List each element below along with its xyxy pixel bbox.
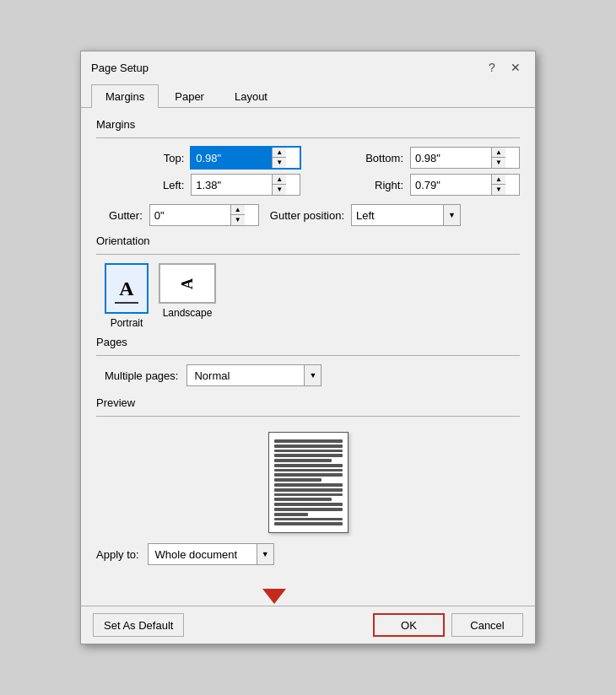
arrow-down-icon xyxy=(262,589,286,604)
bottom-decrement[interactable]: ▼ xyxy=(492,158,505,168)
top-input[interactable] xyxy=(192,148,272,168)
tab-layout[interactable]: Layout xyxy=(220,84,282,108)
preview-line-1 xyxy=(274,439,343,443)
right-spin-buttons: ▲ ▼ xyxy=(491,175,505,195)
set-as-default-button[interactable]: Set As Default xyxy=(93,613,184,637)
preview-line-17 xyxy=(274,518,343,521)
title-bar: Page Setup ? ✕ xyxy=(81,51,535,82)
landscape-icon: A xyxy=(159,263,216,304)
gutter-position-dropdown-btn[interactable]: ▼ xyxy=(443,205,460,225)
top-spinbox[interactable]: ▲ ▼ xyxy=(191,147,300,169)
orientation-label: Orientation xyxy=(96,234,520,247)
preview-line-7 xyxy=(274,469,343,472)
left-spin-buttons: ▲ ▼ xyxy=(272,175,286,195)
margins-divider xyxy=(96,137,520,138)
left-spinbox[interactable]: ▲ ▼ xyxy=(191,174,300,196)
gutter-input[interactable] xyxy=(150,205,230,225)
preview-box xyxy=(96,425,520,540)
left-decrement[interactable]: ▼ xyxy=(273,185,286,195)
gutter-pos-label: Gutter position: xyxy=(266,209,344,222)
portrait-button[interactable]: A Portrait xyxy=(105,263,149,329)
landscape-button[interactable]: A Landscape xyxy=(159,263,216,329)
preview-line-13 xyxy=(274,498,332,501)
footer-left: Set As Default xyxy=(93,613,184,637)
orientation-section: Orientation A Portrait A Landscape xyxy=(96,234,520,329)
gutter-increment[interactable]: ▲ xyxy=(231,205,245,215)
preview-line-16 xyxy=(274,513,309,516)
left-input[interactable] xyxy=(192,175,272,195)
apply-to-dropdown-btn[interactable]: ▼ xyxy=(257,544,273,564)
top-spin-buttons: ▲ ▼ xyxy=(272,148,286,168)
landscape-a-symbol: A xyxy=(179,278,197,289)
cancel-button[interactable]: Cancel xyxy=(451,613,523,637)
gutter-position-dropdown[interactable]: Left ▼ xyxy=(351,204,461,226)
multiple-pages-dropdown-btn[interactable]: ▼ xyxy=(304,365,321,385)
gutter-position-value: Left xyxy=(352,207,443,224)
title-bar-controls: ? ✕ xyxy=(483,58,525,77)
bottom-label: Bottom: xyxy=(307,152,403,164)
multiple-pages-value: Normal xyxy=(187,367,304,385)
apply-to-dropdown[interactable]: Whole document ▼ xyxy=(148,543,274,565)
gutter-decrement[interactable]: ▼ xyxy=(231,215,245,225)
gutter-label: Gutter: xyxy=(105,209,143,222)
right-increment[interactable]: ▲ xyxy=(492,175,505,185)
page-setup-dialog: Page Setup ? ✕ Margins Paper Layout Marg… xyxy=(80,51,536,644)
right-spinbox[interactable]: ▲ ▼ xyxy=(410,174,520,196)
right-decrement[interactable]: ▼ xyxy=(492,185,505,195)
apply-to-value: Whole document xyxy=(149,546,257,563)
footer-right: OK Cancel xyxy=(373,613,523,637)
portrait-a-symbol: A xyxy=(119,277,133,300)
pages-divider xyxy=(96,355,520,356)
preview-line-5 xyxy=(274,459,332,462)
preview-line-2 xyxy=(274,444,343,448)
dialog-title: Page Setup xyxy=(91,62,149,74)
preview-line-18 xyxy=(274,522,343,525)
multiple-pages-label: Multiple pages: xyxy=(105,369,178,382)
margins-section-label: Margins xyxy=(96,118,520,131)
gutter-spinbox[interactable]: ▲ ▼ xyxy=(149,204,259,226)
portrait-label: Portrait xyxy=(111,317,143,329)
preview-line-6 xyxy=(274,464,343,467)
preview-line-10 xyxy=(274,483,343,487)
top-decrement[interactable]: ▼ xyxy=(273,158,286,168)
preview-section: Preview xyxy=(96,396,520,572)
preview-label: Preview xyxy=(96,396,520,409)
bottom-spin-buttons: ▲ ▼ xyxy=(491,148,505,168)
preview-line-4 xyxy=(274,454,343,457)
multiple-pages-dropdown[interactable]: Normal ▼ xyxy=(186,364,322,386)
pages-row: Multiple pages: Normal ▼ xyxy=(96,364,520,386)
landscape-label: Landscape xyxy=(163,307,213,319)
left-label: Left: xyxy=(105,179,184,191)
top-increment[interactable]: ▲ xyxy=(273,148,286,158)
left-increment[interactable]: ▲ xyxy=(273,175,286,185)
preview-line-15 xyxy=(274,508,343,511)
tabs-bar: Margins Paper Layout xyxy=(81,84,535,108)
portrait-icon: A xyxy=(105,263,149,314)
dialog-content: Margins Top: ▲ ▼ Bottom: ▲ ▼ xyxy=(81,108,535,589)
page-preview xyxy=(268,432,349,533)
orientation-divider xyxy=(96,254,520,255)
gutter-row: Gutter: ▲ ▼ Gutter position: Left ▼ xyxy=(96,204,520,226)
preview-line-9 xyxy=(274,478,322,482)
gutter-spin-buttons: ▲ ▼ xyxy=(230,205,245,225)
margins-grid: Top: ▲ ▼ Bottom: ▲ ▼ Left: xyxy=(96,147,520,196)
bottom-input[interactable] xyxy=(411,148,491,168)
right-input[interactable] xyxy=(411,175,491,195)
help-button[interactable]: ? xyxy=(483,58,501,77)
ok-button[interactable]: OK xyxy=(373,613,445,637)
right-label: Right: xyxy=(307,179,403,191)
footer: Set As Default OK Cancel xyxy=(81,606,535,644)
pages-section: Pages Multiple pages: Normal ▼ xyxy=(96,336,520,386)
bottom-spinbox[interactable]: ▲ ▼ xyxy=(410,147,520,169)
top-label: Top: xyxy=(105,152,184,164)
close-button[interactable]: ✕ xyxy=(506,58,525,77)
arrow-indicator xyxy=(81,589,535,604)
orientation-buttons: A Portrait A Landscape xyxy=(96,263,520,329)
preview-line-14 xyxy=(274,503,343,506)
preview-line-3 xyxy=(274,450,343,453)
tab-margins[interactable]: Margins xyxy=(91,84,159,108)
bottom-increment[interactable]: ▲ xyxy=(492,148,505,158)
pages-label: Pages xyxy=(96,336,520,348)
apply-row: Apply to: Whole document ▼ xyxy=(96,540,520,572)
tab-paper[interactable]: Paper xyxy=(160,84,219,108)
